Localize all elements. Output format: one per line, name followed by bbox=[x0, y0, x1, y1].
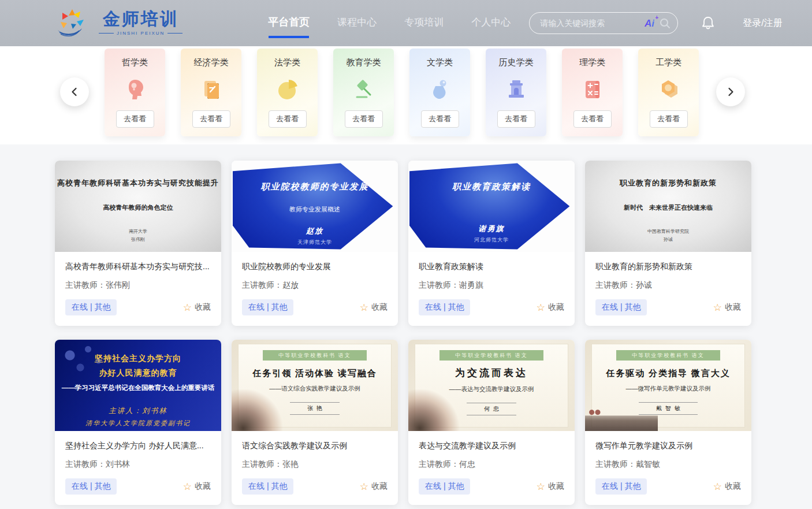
slide-heading: 为交流而表达 bbox=[408, 366, 575, 380]
login-register-link[interactable]: 登录/注册 bbox=[743, 17, 782, 29]
favorite-button[interactable]: ☆收藏 bbox=[183, 302, 211, 313]
slide-subheading: 新时代 未来世界正在快速来临 bbox=[585, 203, 751, 212]
course-thumbnail: 高校青年教师科研基本功夯实与研究技能提升 高校青年教师的角色定位 南开大学 张伟… bbox=[55, 161, 221, 252]
favorite-button[interactable]: ☆收藏 bbox=[183, 481, 211, 492]
course-teacher: 主讲教师：刘书林 bbox=[65, 459, 211, 470]
star-icon: ☆ bbox=[360, 303, 368, 313]
search-icon bbox=[659, 17, 671, 29]
category-cta-button[interactable]: 去看看 bbox=[421, 110, 459, 128]
nav-item-personal-center[interactable]: 个人中心 bbox=[471, 16, 511, 31]
law-pie-icon bbox=[276, 68, 299, 110]
course-body: 微写作单元教学建议及示例 主讲教师：戴智敏 在线 | 其他 ☆收藏 bbox=[585, 431, 751, 505]
slide-name: 戴智敏 bbox=[639, 402, 698, 415]
category-cta-button[interactable]: 去看看 bbox=[650, 110, 688, 128]
category-cta-button[interactable]: 去看看 bbox=[345, 110, 383, 128]
category-card-history[interactable]: 历史学类 去看看 bbox=[486, 49, 546, 136]
course-card[interactable]: 坚持社会主义办学方向 办好人民满意的教育 ——学习习近平总书记在全国教育大会上的… bbox=[55, 340, 221, 505]
ai-search-icon[interactable]: Ai+ bbox=[645, 18, 654, 28]
course-teacher: 主讲教师：谢勇旗 bbox=[419, 280, 564, 291]
favorite-button[interactable]: ☆收藏 bbox=[360, 481, 388, 492]
slide-banner: 中等职业学校教科书 语文 bbox=[616, 350, 720, 361]
search-button[interactable] bbox=[659, 17, 671, 29]
course-title: 坚持社会主义办学方向 办好人民满意... bbox=[65, 441, 211, 451]
course-tag: 在线 | 其他 bbox=[419, 299, 470, 315]
category-card-economics[interactable]: 经济学类 去看看 bbox=[181, 49, 241, 136]
brand-subtitle: JINSHI PEIXUN bbox=[99, 31, 182, 36]
slide-heading2: 办好人民满意的教育 bbox=[55, 368, 221, 378]
slide-banner: 中等职业学校教科书 语文 bbox=[263, 350, 367, 361]
category-card-engineering[interactable]: 工学类 去看看 bbox=[638, 49, 699, 136]
star-icon: ☆ bbox=[713, 482, 722, 492]
brand-star-book-icon bbox=[55, 8, 91, 38]
brand-logo[interactable]: 金师培训 JINSHI PEIXUN bbox=[55, 8, 182, 38]
category-label: 经济学类 bbox=[194, 57, 229, 68]
course-teacher: 主讲教师：戴智敏 bbox=[595, 459, 741, 470]
search-input[interactable] bbox=[539, 18, 642, 28]
slide-org: 清华大学人文学院原党委副书记 bbox=[55, 419, 221, 428]
category-label: 文学类 bbox=[427, 57, 453, 68]
course-card[interactable]: 职业院校教师的专业发展 教师专业发展概述 赵放 天津师范大学 职业院校教师的专业… bbox=[232, 161, 398, 326]
slide-name: 谢勇旗 bbox=[408, 224, 575, 234]
slide-text: 中等职业学校教科书 语文 任务驱动 分类指导 微言大义 ——微写作单元教学建议及… bbox=[585, 340, 751, 431]
carousel-next-button[interactable] bbox=[716, 77, 745, 106]
category-card-philosophy[interactable]: 哲学类 去看看 bbox=[105, 49, 165, 136]
nav-item-special-training[interactable]: 专项培训 bbox=[404, 16, 444, 31]
slide-banner: 中等职业学校教科书 语文 bbox=[439, 350, 543, 361]
slide-org: 中国教育科学研究院 bbox=[585, 228, 751, 235]
nav-item-courses[interactable]: 课程中心 bbox=[337, 16, 377, 31]
education-gavel-icon bbox=[352, 68, 375, 110]
category-carousel: 哲学类 去看看 经济学类 去看看 bbox=[0, 46, 812, 144]
favorite-button[interactable]: ☆收藏 bbox=[537, 481, 564, 492]
course-thumbnail: 职业院校教师的专业发展 教师专业发展概述 赵放 天津师范大学 bbox=[232, 161, 398, 252]
nav-item-home[interactable]: 平台首页 bbox=[268, 15, 310, 31]
category-row: 哲学类 去看看 经济学类 去看看 bbox=[0, 49, 812, 136]
course-title: 职业院校教师的专业发展 bbox=[242, 262, 388, 272]
slide-subheading: ——学习习近平总书记在全国教育大会上的重要讲话 bbox=[55, 384, 221, 392]
category-label: 历史学类 bbox=[499, 57, 534, 68]
slide-heading: 职业教育政策解读 bbox=[408, 181, 575, 192]
slide-org: 天津师范大学 bbox=[232, 239, 398, 246]
course-teacher: 主讲教师：赵放 bbox=[242, 280, 388, 291]
course-body: 坚持社会主义办学方向 办好人民满意... 主讲教师：刘书林 在线 | 其他 ☆收… bbox=[55, 431, 221, 505]
slide-subheading: ——语文综合实践教学建议及示例 bbox=[232, 385, 398, 393]
course-body: 表达与交流教学建议及示例 主讲教师：何忠 在线 | 其他 ☆收藏 bbox=[408, 431, 575, 505]
slide-subheading: 高校青年教师的角色定位 bbox=[55, 203, 221, 212]
category-card-law[interactable]: 法学类 去看看 bbox=[257, 49, 318, 136]
course-title: 微写作单元教学建议及示例 bbox=[595, 441, 741, 451]
course-tag: 在线 | 其他 bbox=[65, 478, 117, 495]
category-card-education[interactable]: 教育学类 去看看 bbox=[333, 49, 394, 136]
favorite-button[interactable]: ☆收藏 bbox=[713, 302, 741, 313]
category-cta-button[interactable]: 去看看 bbox=[192, 110, 230, 128]
bell-icon bbox=[701, 16, 715, 31]
slide-subheading: ——表达与交流教学建议及示例 bbox=[408, 385, 575, 393]
slide-name: 孙诚 bbox=[585, 236, 751, 243]
slide-text: 中等职业学校教科书 语文 为交流而表达 ——表达与交流教学建议及示例 何忠 bbox=[408, 340, 575, 431]
course-thumbnail: 坚持社会主义办学方向 办好人民满意的教育 ——学习习近平总书记在全国教育大会上的… bbox=[55, 340, 221, 431]
carousel-prev-button[interactable] bbox=[60, 77, 89, 106]
slide-heading: 职业教育的新形势和新政策 bbox=[585, 178, 751, 188]
course-card[interactable]: 中等职业学校教科书 语文 任务引领 活动体验 读写融合 ——语文综合实践教学建议… bbox=[232, 340, 398, 505]
favorite-button[interactable]: ☆收藏 bbox=[360, 302, 388, 313]
category-card-science[interactable]: 理学类 去看看 bbox=[562, 49, 623, 136]
category-cta-button[interactable]: 去看看 bbox=[573, 110, 612, 128]
course-card[interactable]: 中等职业学校教科书 语文 为交流而表达 ——表达与交流教学建议及示例 何忠 表达… bbox=[408, 340, 575, 505]
course-card[interactable]: 职业教育的新形势和新政策 新时代 未来世界正在快速来临 中国教育科学研究院 孙诚… bbox=[585, 161, 751, 326]
category-cta-button[interactable]: 去看看 bbox=[497, 110, 535, 128]
course-card[interactable]: 中等职业学校教科书 语文 任务驱动 分类指导 微言大义 ——微写作单元教学建议及… bbox=[585, 340, 751, 505]
favorite-button[interactable]: ☆收藏 bbox=[537, 302, 564, 313]
notification-bell-button[interactable] bbox=[701, 16, 715, 31]
favorite-button[interactable]: ☆收藏 bbox=[713, 481, 741, 492]
course-teacher: 主讲教师：何忠 bbox=[419, 459, 564, 470]
course-footer: 在线 | 其他 ☆收藏 bbox=[242, 299, 388, 315]
category-cta-button[interactable]: 去看看 bbox=[269, 110, 307, 128]
slide-name: 张伟刚 bbox=[55, 236, 221, 243]
course-tag: 在线 | 其他 bbox=[65, 299, 117, 315]
star-icon: ☆ bbox=[183, 482, 192, 492]
course-card[interactable]: 职业教育政策解读 谢勇旗 河北师范大学 职业教育政策解读 主讲教师：谢勇旗 在线… bbox=[408, 161, 575, 326]
course-card[interactable]: 高校青年教师科研基本功夯实与研究技能提升 高校青年教师的角色定位 南开大学 张伟… bbox=[55, 161, 221, 326]
category-label: 法学类 bbox=[274, 57, 300, 68]
course-footer: 在线 | 其他 ☆收藏 bbox=[419, 478, 564, 495]
course-teacher: 主讲教师：张艳 bbox=[242, 459, 388, 470]
category-cta-button[interactable]: 去看看 bbox=[116, 110, 154, 128]
category-card-literature[interactable]: 文学类 去看看 bbox=[409, 49, 470, 136]
